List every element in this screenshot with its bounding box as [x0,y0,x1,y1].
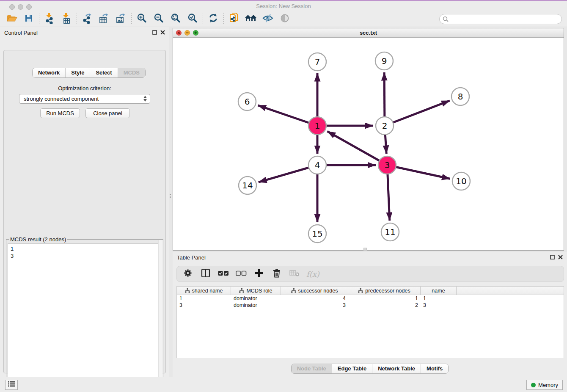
disabled-eye-icon [280,14,289,25]
column-header-name[interactable]: name [421,287,457,295]
save-session-button[interactable] [20,12,37,26]
table-panel-title: Table Panel [177,254,550,261]
create-column-button[interactable] [253,268,265,280]
tab-node-table[interactable]: Node Table [292,364,332,373]
window-controls[interactable] [9,4,32,10]
tab-network[interactable]: Network [33,68,65,77]
first-neighbors-button[interactable] [242,12,259,26]
network-graph[interactable]: 7968124314101511 [173,38,564,250]
export-network-button[interactable] [79,12,96,26]
search-input[interactable] [439,14,562,24]
table-header-row: shared name MCDS role successor nodes pr… [177,287,564,295]
tab-network-table[interactable]: Network Table [372,364,421,373]
network-canvas[interactable]: 7968124314101511 [173,38,564,250]
table-row[interactable]: 1 dominator 4 1 1 [177,295,564,302]
graph-edge-1-6[interactable] [258,105,317,126]
toolbar-separator [39,13,39,25]
mcds-result-list[interactable]: 1 3 [8,243,162,392]
network-close-button[interactable] [176,30,182,36]
memory-label: Memory [538,382,558,388]
zoom-out-button[interactable] [150,12,167,26]
column-type-icon [239,288,244,293]
float-panel-icon[interactable] [152,29,157,36]
zoom-in-button[interactable] [133,12,150,26]
graph-edge-3-10[interactable] [387,165,450,179]
open-session-button[interactable] [3,12,20,26]
graph-node-label: 14 [242,180,253,190]
show-columns-button[interactable] [200,268,212,280]
column-header-mcds-role[interactable]: MCDS role [231,287,281,295]
unselect-all-button[interactable] [235,268,247,280]
node-table[interactable]: shared name MCDS role successor nodes pr… [176,286,564,358]
control-panel-title: Control Panel [4,30,152,36]
refresh-view-button[interactable] [205,12,222,26]
network-window-titlebar: scc.txt [173,28,564,38]
export-image-button[interactable] [113,12,129,26]
graph-node-label: 9 [382,56,387,66]
import-table-button[interactable] [58,12,75,26]
zoom-selected-button[interactable] [184,12,201,26]
memory-button[interactable]: Memory [526,380,563,390]
zoom-window-button[interactable] [26,4,32,10]
result-scrollbar[interactable] [158,240,162,391]
hide-selected-button[interactable] [259,12,276,26]
select-all-button[interactable] [217,268,229,280]
graph-node-label: 6 [245,97,250,107]
network-maximize-button[interactable] [193,30,198,36]
close-window-button[interactable] [9,4,15,10]
graph-node-label: 7 [315,57,320,67]
column-header-successor-nodes[interactable]: successor nodes [281,287,348,295]
list-icon [8,381,15,389]
close-panel-button[interactable]: Close panel [85,108,130,118]
zoom-fit-button[interactable] [167,12,184,26]
plus-icon [255,269,263,279]
panel-splitter[interactable] [170,193,171,199]
optimization-criterion-label: Optimization criterion: [0,85,169,91]
graph-edge-3-1[interactable] [328,131,387,165]
tab-motifs[interactable]: Motifs [421,364,448,373]
zoom-fit-icon [171,13,181,25]
graph-edge-2-8[interactable] [385,101,450,126]
search-box[interactable] [439,14,562,24]
import-network-icon [44,13,55,25]
tab-select[interactable]: Select [90,68,117,77]
main-toolbar [0,11,567,27]
toolbar-separator [203,13,203,25]
close-panel-icon[interactable] [558,254,563,261]
network-resize-grip[interactable] [363,248,367,251]
graph-node-label: 11 [385,227,395,237]
import-table-icon [61,13,72,25]
eye-slash-icon [262,14,273,25]
table-options-button[interactable] [182,268,194,280]
zoom-selected-icon [187,13,198,25]
columns-icon [201,268,210,279]
run-mcds-button[interactable]: Run MCDS [40,108,80,118]
criterion-select[interactable]: strongly connected component [19,94,150,104]
delete-rows-button[interactable] [271,268,283,280]
float-panel-icon[interactable] [550,254,555,261]
export-network-icon [82,13,93,25]
column-header-shared-name[interactable]: shared name [177,287,231,295]
tab-edge-table[interactable]: Edge Table [332,364,372,373]
graph-node-label: 8 [458,91,463,102]
gear-icon [183,268,193,279]
zoom-in-icon [137,13,147,25]
search-icon [443,16,449,24]
houses-icon [245,14,257,25]
minimize-window-button[interactable] [18,4,23,10]
delete-table-icon [289,269,300,279]
graph-node-label: 10 [456,176,466,186]
table-row[interactable]: 3 dominator 3 2 3 [177,302,564,309]
tab-style[interactable]: Style [65,68,90,77]
clone-network-button[interactable] [226,12,242,26]
show-hidden-button[interactable] [276,12,293,26]
tab-mcds[interactable]: MCDS [118,68,145,77]
column-header-predecessor-nodes[interactable]: predecessor nodes [348,287,421,295]
clone-network-icon [228,12,239,26]
import-network-button[interactable] [41,12,58,26]
column-type-icon [291,288,296,293]
export-table-button[interactable] [96,12,113,26]
task-history-button[interactable] [5,380,18,390]
network-minimize-button[interactable] [184,30,190,36]
close-panel-icon[interactable] [160,29,165,36]
